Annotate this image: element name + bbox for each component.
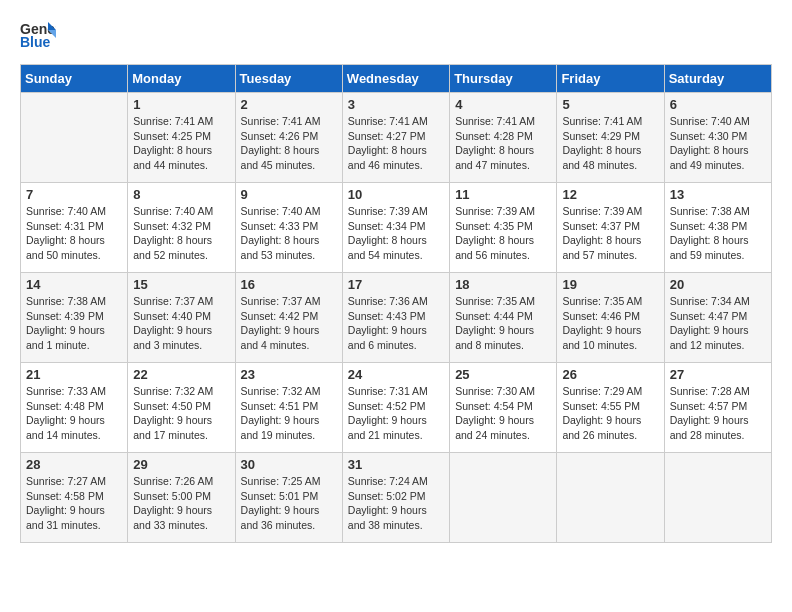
logo-icon: General Blue <box>20 20 56 54</box>
day-number: 17 <box>348 277 444 292</box>
day-number: 24 <box>348 367 444 382</box>
day-cell: 17Sunrise: 7:36 AMSunset: 4:43 PMDayligh… <box>342 273 449 363</box>
day-info: Sunrise: 7:40 AMSunset: 4:33 PMDaylight:… <box>241 204 337 263</box>
day-info: Sunrise: 7:39 AMSunset: 4:34 PMDaylight:… <box>348 204 444 263</box>
day-cell: 1Sunrise: 7:41 AMSunset: 4:25 PMDaylight… <box>128 93 235 183</box>
day-cell: 30Sunrise: 7:25 AMSunset: 5:01 PMDayligh… <box>235 453 342 543</box>
day-info: Sunrise: 7:41 AMSunset: 4:25 PMDaylight:… <box>133 114 229 173</box>
day-cell: 13Sunrise: 7:38 AMSunset: 4:38 PMDayligh… <box>664 183 771 273</box>
header-day-saturday: Saturday <box>664 65 771 93</box>
day-cell: 20Sunrise: 7:34 AMSunset: 4:47 PMDayligh… <box>664 273 771 363</box>
day-cell: 22Sunrise: 7:32 AMSunset: 4:50 PMDayligh… <box>128 363 235 453</box>
day-number: 14 <box>26 277 122 292</box>
page-header: General Blue <box>20 20 772 54</box>
day-info: Sunrise: 7:32 AMSunset: 4:50 PMDaylight:… <box>133 384 229 443</box>
day-number: 19 <box>562 277 658 292</box>
svg-text:Blue: Blue <box>20 34 51 50</box>
week-row-5: 28Sunrise: 7:27 AMSunset: 4:58 PMDayligh… <box>21 453 772 543</box>
calendar-table: SundayMondayTuesdayWednesdayThursdayFrid… <box>20 64 772 543</box>
day-cell: 21Sunrise: 7:33 AMSunset: 4:48 PMDayligh… <box>21 363 128 453</box>
day-number: 15 <box>133 277 229 292</box>
day-info: Sunrise: 7:31 AMSunset: 4:52 PMDaylight:… <box>348 384 444 443</box>
day-cell: 25Sunrise: 7:30 AMSunset: 4:54 PMDayligh… <box>450 363 557 453</box>
day-info: Sunrise: 7:37 AMSunset: 4:40 PMDaylight:… <box>133 294 229 353</box>
day-number: 31 <box>348 457 444 472</box>
day-info: Sunrise: 7:24 AMSunset: 5:02 PMDaylight:… <box>348 474 444 533</box>
day-cell: 31Sunrise: 7:24 AMSunset: 5:02 PMDayligh… <box>342 453 449 543</box>
day-cell: 7Sunrise: 7:40 AMSunset: 4:31 PMDaylight… <box>21 183 128 273</box>
day-info: Sunrise: 7:32 AMSunset: 4:51 PMDaylight:… <box>241 384 337 443</box>
day-info: Sunrise: 7:40 AMSunset: 4:32 PMDaylight:… <box>133 204 229 263</box>
day-info: Sunrise: 7:30 AMSunset: 4:54 PMDaylight:… <box>455 384 551 443</box>
day-number: 8 <box>133 187 229 202</box>
day-number: 16 <box>241 277 337 292</box>
day-info: Sunrise: 7:41 AMSunset: 4:27 PMDaylight:… <box>348 114 444 173</box>
day-cell: 9Sunrise: 7:40 AMSunset: 4:33 PMDaylight… <box>235 183 342 273</box>
header-row: SundayMondayTuesdayWednesdayThursdayFrid… <box>21 65 772 93</box>
day-cell: 4Sunrise: 7:41 AMSunset: 4:28 PMDaylight… <box>450 93 557 183</box>
day-number: 1 <box>133 97 229 112</box>
day-number: 25 <box>455 367 551 382</box>
header-day-monday: Monday <box>128 65 235 93</box>
day-info: Sunrise: 7:27 AMSunset: 4:58 PMDaylight:… <box>26 474 122 533</box>
day-cell: 5Sunrise: 7:41 AMSunset: 4:29 PMDaylight… <box>557 93 664 183</box>
day-cell <box>557 453 664 543</box>
day-info: Sunrise: 7:38 AMSunset: 4:38 PMDaylight:… <box>670 204 766 263</box>
day-info: Sunrise: 7:33 AMSunset: 4:48 PMDaylight:… <box>26 384 122 443</box>
day-info: Sunrise: 7:41 AMSunset: 4:26 PMDaylight:… <box>241 114 337 173</box>
day-number: 23 <box>241 367 337 382</box>
week-row-1: 1Sunrise: 7:41 AMSunset: 4:25 PMDaylight… <box>21 93 772 183</box>
day-number: 30 <box>241 457 337 472</box>
day-info: Sunrise: 7:41 AMSunset: 4:29 PMDaylight:… <box>562 114 658 173</box>
day-cell: 16Sunrise: 7:37 AMSunset: 4:42 PMDayligh… <box>235 273 342 363</box>
day-cell <box>21 93 128 183</box>
day-number: 4 <box>455 97 551 112</box>
day-cell: 2Sunrise: 7:41 AMSunset: 4:26 PMDaylight… <box>235 93 342 183</box>
day-number: 2 <box>241 97 337 112</box>
day-info: Sunrise: 7:28 AMSunset: 4:57 PMDaylight:… <box>670 384 766 443</box>
day-info: Sunrise: 7:26 AMSunset: 5:00 PMDaylight:… <box>133 474 229 533</box>
day-number: 13 <box>670 187 766 202</box>
day-number: 7 <box>26 187 122 202</box>
day-cell: 8Sunrise: 7:40 AMSunset: 4:32 PMDaylight… <box>128 183 235 273</box>
header-day-thursday: Thursday <box>450 65 557 93</box>
day-cell: 14Sunrise: 7:38 AMSunset: 4:39 PMDayligh… <box>21 273 128 363</box>
day-cell <box>664 453 771 543</box>
day-number: 3 <box>348 97 444 112</box>
day-number: 18 <box>455 277 551 292</box>
day-number: 10 <box>348 187 444 202</box>
week-row-3: 14Sunrise: 7:38 AMSunset: 4:39 PMDayligh… <box>21 273 772 363</box>
header-day-friday: Friday <box>557 65 664 93</box>
day-cell: 29Sunrise: 7:26 AMSunset: 5:00 PMDayligh… <box>128 453 235 543</box>
day-cell: 11Sunrise: 7:39 AMSunset: 4:35 PMDayligh… <box>450 183 557 273</box>
day-number: 9 <box>241 187 337 202</box>
day-number: 6 <box>670 97 766 112</box>
day-info: Sunrise: 7:25 AMSunset: 5:01 PMDaylight:… <box>241 474 337 533</box>
day-info: Sunrise: 7:34 AMSunset: 4:47 PMDaylight:… <box>670 294 766 353</box>
day-cell: 19Sunrise: 7:35 AMSunset: 4:46 PMDayligh… <box>557 273 664 363</box>
day-cell: 27Sunrise: 7:28 AMSunset: 4:57 PMDayligh… <box>664 363 771 453</box>
header-day-tuesday: Tuesday <box>235 65 342 93</box>
day-number: 27 <box>670 367 766 382</box>
day-info: Sunrise: 7:39 AMSunset: 4:35 PMDaylight:… <box>455 204 551 263</box>
header-day-wednesday: Wednesday <box>342 65 449 93</box>
day-info: Sunrise: 7:36 AMSunset: 4:43 PMDaylight:… <box>348 294 444 353</box>
day-cell: 28Sunrise: 7:27 AMSunset: 4:58 PMDayligh… <box>21 453 128 543</box>
day-number: 11 <box>455 187 551 202</box>
day-number: 28 <box>26 457 122 472</box>
day-cell: 12Sunrise: 7:39 AMSunset: 4:37 PMDayligh… <box>557 183 664 273</box>
day-cell: 15Sunrise: 7:37 AMSunset: 4:40 PMDayligh… <box>128 273 235 363</box>
day-cell: 6Sunrise: 7:40 AMSunset: 4:30 PMDaylight… <box>664 93 771 183</box>
day-number: 5 <box>562 97 658 112</box>
day-cell: 24Sunrise: 7:31 AMSunset: 4:52 PMDayligh… <box>342 363 449 453</box>
day-cell <box>450 453 557 543</box>
day-cell: 3Sunrise: 7:41 AMSunset: 4:27 PMDaylight… <box>342 93 449 183</box>
week-row-2: 7Sunrise: 7:40 AMSunset: 4:31 PMDaylight… <box>21 183 772 273</box>
day-info: Sunrise: 7:29 AMSunset: 4:55 PMDaylight:… <box>562 384 658 443</box>
day-cell: 23Sunrise: 7:32 AMSunset: 4:51 PMDayligh… <box>235 363 342 453</box>
day-info: Sunrise: 7:40 AMSunset: 4:30 PMDaylight:… <box>670 114 766 173</box>
day-number: 21 <box>26 367 122 382</box>
day-info: Sunrise: 7:40 AMSunset: 4:31 PMDaylight:… <box>26 204 122 263</box>
day-cell: 18Sunrise: 7:35 AMSunset: 4:44 PMDayligh… <box>450 273 557 363</box>
day-number: 22 <box>133 367 229 382</box>
